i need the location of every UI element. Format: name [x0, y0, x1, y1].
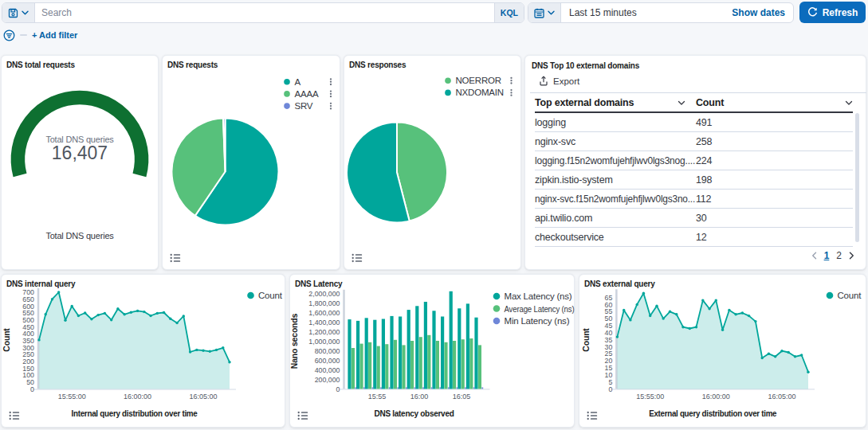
legend-actions-icon[interactable]: [330, 78, 332, 85]
data-point[interactable]: [715, 299, 717, 301]
legend-toggle-button[interactable]: [351, 252, 363, 264]
export-button[interactable]: Export: [539, 76, 579, 86]
data-point[interactable]: [616, 335, 619, 338]
kql-button[interactable]: KQL: [494, 3, 524, 22]
bar[interactable]: [399, 317, 402, 389]
bar[interactable]: [481, 387, 483, 389]
bar[interactable]: [414, 387, 416, 389]
data-point[interactable]: [681, 326, 684, 328]
bar[interactable]: [385, 344, 388, 389]
table-row[interactable]: logging.f15n2womfujehfjlwv0lgs3nog....22…: [535, 151, 853, 170]
data-point[interactable]: [143, 311, 145, 313]
data-point[interactable]: [754, 320, 756, 322]
bar[interactable]: [461, 339, 465, 389]
table-row[interactable]: logging491: [535, 113, 853, 132]
previous-page-button[interactable]: [811, 252, 817, 260]
data-point[interactable]: [163, 311, 165, 314]
bar[interactable]: [368, 342, 371, 389]
bar[interactable]: [448, 387, 450, 389]
saved-query-menu-button[interactable]: [2, 3, 35, 22]
data-point[interactable]: [728, 309, 730, 311]
data-point[interactable]: [642, 292, 645, 295]
data-point[interactable]: [123, 313, 125, 315]
bar[interactable]: [436, 341, 439, 389]
legend-item[interactable]: Max Latency (ns): [493, 291, 572, 301]
bar[interactable]: [439, 387, 441, 389]
data-point[interactable]: [195, 349, 198, 351]
legend-item[interactable]: NOERROR: [445, 76, 512, 85]
data-point[interactable]: [209, 350, 211, 353]
data-point[interactable]: [215, 349, 218, 351]
data-point[interactable]: [136, 310, 139, 312]
data-point[interactable]: [51, 298, 53, 300]
bar[interactable]: [450, 291, 453, 389]
bar[interactable]: [372, 387, 374, 389]
bar[interactable]: [432, 311, 435, 389]
bar[interactable]: [478, 345, 481, 389]
bar[interactable]: [348, 319, 351, 389]
data-point[interactable]: [807, 371, 809, 373]
data-point[interactable]: [629, 319, 631, 321]
data-point[interactable]: [64, 319, 66, 322]
legend-actions-icon[interactable]: [510, 77, 512, 84]
data-point[interactable]: [623, 309, 625, 311]
table-row[interactable]: nginx-svc258: [535, 132, 853, 151]
bar[interactable]: [444, 342, 447, 389]
data-point[interactable]: [71, 305, 73, 307]
page-2-button[interactable]: 2: [836, 250, 842, 261]
data-point[interactable]: [110, 319, 112, 321]
page-1-button[interactable]: 1: [824, 250, 830, 261]
bar[interactable]: [427, 335, 430, 389]
data-point[interactable]: [77, 315, 80, 317]
data-point[interactable]: [734, 313, 736, 315]
legend-item[interactable]: Average Latency (ns): [493, 304, 575, 314]
bar[interactable]: [415, 306, 418, 389]
bar[interactable]: [402, 345, 405, 389]
data-point[interactable]: [701, 299, 704, 301]
legend-item[interactable]: Count: [827, 291, 862, 300]
time-range-value[interactable]: Last 15 minutes: [561, 3, 732, 22]
data-point[interactable]: [97, 314, 100, 316]
bar[interactable]: [382, 319, 385, 389]
bar[interactable]: [474, 318, 477, 389]
bar[interactable]: [377, 346, 380, 389]
data-point[interactable]: [675, 313, 678, 315]
table-row[interactable]: nginx-svc.f15n2womfujehfjlwv0lgs3no...11…: [535, 190, 853, 209]
data-point[interactable]: [84, 311, 86, 314]
bar[interactable]: [441, 317, 444, 389]
data-point[interactable]: [130, 311, 132, 314]
data-point[interactable]: [655, 305, 658, 307]
bar[interactable]: [410, 341, 414, 389]
legend-toggle-button[interactable]: [586, 409, 599, 422]
data-point[interactable]: [57, 291, 60, 293]
table-row[interactable]: api.twilio.com30: [535, 209, 853, 228]
bar[interactable]: [389, 387, 391, 389]
table-scrollbar[interactable]: [855, 113, 859, 242]
data-point[interactable]: [222, 346, 224, 349]
legend-toggle-button[interactable]: [169, 252, 182, 264]
data-point[interactable]: [669, 311, 671, 313]
legend-toggle-button[interactable]: [297, 409, 309, 422]
data-point[interactable]: [116, 307, 119, 310]
data-point[interactable]: [649, 315, 651, 317]
bar[interactable]: [355, 387, 356, 389]
legend-actions-icon[interactable]: [330, 103, 332, 110]
bar[interactable]: [458, 308, 461, 389]
data-point[interactable]: [202, 350, 204, 352]
bar[interactable]: [397, 387, 399, 389]
bar[interactable]: [469, 338, 473, 389]
bar[interactable]: [453, 341, 456, 389]
filter-icon[interactable]: [3, 29, 15, 41]
data-point[interactable]: [780, 350, 783, 352]
bar[interactable]: [380, 387, 382, 389]
data-point[interactable]: [748, 315, 750, 317]
bar[interactable]: [365, 318, 368, 389]
data-point[interactable]: [774, 355, 776, 358]
bar[interactable]: [419, 337, 422, 389]
bar[interactable]: [356, 321, 359, 389]
bar[interactable]: [466, 303, 469, 389]
data-point[interactable]: [90, 318, 92, 320]
bar[interactable]: [359, 344, 363, 389]
data-point[interactable]: [721, 329, 724, 331]
bar[interactable]: [457, 387, 458, 389]
